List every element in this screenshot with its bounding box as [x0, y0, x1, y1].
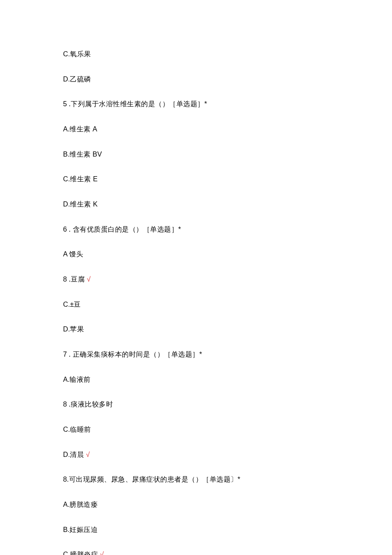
text-line: D.维生素 K	[63, 199, 329, 209]
cjk-text: 豆腐	[71, 276, 87, 283]
text-line: B.妊娠压迫	[63, 525, 329, 535]
cjk-text: 膀胱炎症	[70, 551, 100, 555]
cjk-text: 乙硫磷	[70, 76, 91, 83]
correct-mark: √	[86, 450, 90, 458]
cjk-text: .	[67, 100, 71, 108]
latin-text: 7	[63, 350, 67, 358]
latin-text: B.	[63, 150, 69, 158]
cjk-text: .	[67, 351, 73, 358]
latin-text: A.	[63, 125, 69, 133]
text-line: C.氧乐果	[63, 49, 329, 59]
cjk-text: 正确采集痰标本的时间是（）［单选题］	[73, 351, 199, 358]
latin-text: K	[93, 200, 98, 208]
text-line: A.输液前	[63, 375, 329, 385]
cjk-text: 清晨	[70, 451, 86, 459]
latin-text: A	[92, 125, 97, 133]
document-page: C.氧乐果D.乙硫磷5 .下列属于水溶性维生素的是（）［单选题］*A.维生素 A…	[0, 0, 392, 555]
cjk-text: 痰液比较多时	[71, 401, 113, 408]
cjk-text: 下列属于水溶性维生素的是（）［单选题］	[71, 100, 205, 108]
text-line: C.±豆	[63, 299, 329, 310]
cjk-text: 馒头	[69, 250, 83, 258]
cjk-text: 输液前	[69, 376, 91, 384]
latin-text: A	[63, 250, 69, 258]
latin-text: *	[178, 225, 181, 233]
text-line: B.维生素 BV	[63, 149, 329, 160]
latin-text: D.	[63, 325, 70, 333]
correct-mark: √	[100, 550, 104, 555]
latin-text: BV	[92, 150, 102, 158]
latin-text: D.	[63, 450, 70, 458]
cjk-text: 维生素	[70, 200, 93, 208]
text-line: A.膀胱造瘘	[63, 500, 329, 510]
cjk-text: .	[67, 276, 71, 283]
latin-text: C.	[63, 425, 70, 433]
latin-text: C.	[63, 50, 70, 58]
cjk-text: 临睡前	[70, 426, 91, 433]
text-line: 7 . 正确采集痰标本的时间是（）［单选题］*	[63, 349, 329, 360]
text-line: 8 .豆腐 √	[63, 274, 329, 285]
latin-text: D.	[63, 75, 70, 83]
latin-text: *	[199, 350, 202, 358]
latin-text: A.	[63, 500, 69, 508]
text-line: D.清晨 √	[63, 450, 329, 460]
cjk-text: .	[67, 226, 73, 233]
latin-text: D.	[63, 200, 70, 208]
latin-text: 8	[63, 400, 67, 408]
cjk-text: 维生素	[69, 151, 92, 158]
cjk-text: 含有优质蛋白的是（）［单选题］	[73, 226, 179, 233]
text-line: A 馒头	[63, 249, 329, 259]
text-line: 6 . 含有优质蛋白的是（）［单选题］*	[63, 224, 329, 235]
text-line: 8 .痰液比较多时	[63, 399, 329, 410]
cjk-text: 豆	[74, 301, 81, 308]
latin-text: *	[205, 100, 207, 108]
cjk-text: 妊娠压迫	[69, 526, 98, 534]
latin-text: C.±	[63, 300, 74, 308]
latin-text: A.	[63, 375, 69, 383]
latin-text: C.	[63, 550, 70, 555]
cjk-text: 维生素	[70, 175, 93, 183]
text-line: 5 .下列属于水溶性维生素的是（）［单选题］*	[63, 99, 329, 109]
latin-text: C.	[63, 175, 70, 183]
cjk-text: 维生素	[69, 125, 92, 133]
text-line: D.乙硫磷	[63, 74, 329, 84]
latin-text: *	[238, 475, 240, 483]
cjk-text: .	[67, 401, 71, 408]
text-line: A.维生素 A	[63, 124, 329, 134]
text-line: C.维生素 E	[63, 174, 329, 184]
text-line: C.膀胱炎症 √	[63, 549, 329, 555]
latin-text: 8.	[63, 475, 69, 483]
text-line: D.苹果	[63, 324, 329, 334]
cjk-text: 氧乐果	[70, 50, 91, 58]
latin-text: 6	[63, 225, 67, 233]
correct-mark: √	[87, 275, 91, 283]
text-line: C.临睡前	[63, 424, 329, 435]
latin-text: 5	[63, 100, 67, 108]
cjk-text: 苹果	[70, 325, 84, 333]
cjk-text: 可出现尿频、尿急、尿痛症状的患者是（）［单选题〕	[69, 476, 238, 483]
latin-text: 8	[63, 275, 67, 283]
cjk-text: 膀胱造瘘	[69, 501, 98, 509]
text-line: 8.可出现尿频、尿急、尿痛症状的患者是（）［单选题〕*	[63, 474, 329, 485]
latin-text: B.	[63, 526, 69, 533]
latin-text: E	[93, 175, 98, 183]
